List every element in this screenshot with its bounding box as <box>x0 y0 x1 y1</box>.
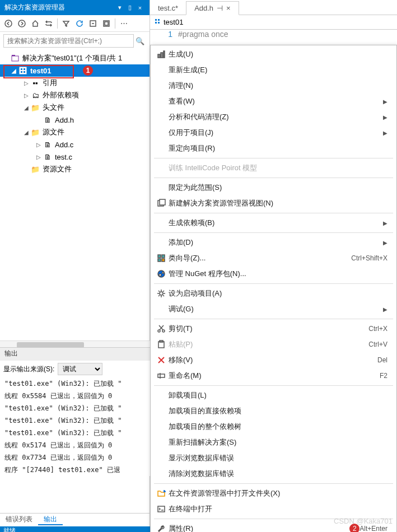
menu-item[interactable]: 生成依赖项(B)▶ <box>151 215 396 231</box>
menu-item[interactable]: 添加(D)▶ <box>151 235 396 250</box>
blank-icon <box>154 80 169 91</box>
menu-shortcut: Ctrl+X <box>368 325 387 333</box>
menu-item[interactable]: 重命名(M)F2 <box>151 368 396 384</box>
output-line: "test01.exe" (Win32): 已加载 " <box>0 414 150 427</box>
test-c-node[interactable]: ▷🗎test.c <box>0 151 150 163</box>
menu-item[interactable]: 分析和代码清理(Z)▶ <box>151 109 396 125</box>
external-deps-node[interactable]: ▷🗂外部依赖项 <box>0 89 150 101</box>
close-icon[interactable]: × <box>226 4 231 12</box>
show-all-button[interactable] <box>100 17 113 30</box>
tab-output[interactable]: 输出 <box>38 514 63 525</box>
blank-icon <box>154 437 169 448</box>
menu-item[interactable]: 移除(V)Del <box>151 352 396 368</box>
resource-files-node[interactable]: 📁资源文件 <box>0 163 150 175</box>
menu-item-label: 在文件资源管理器中打开文件夹(X) <box>169 488 387 498</box>
menu-item[interactable]: 卸载项目(L) <box>151 388 396 403</box>
menu-item[interactable]: 剪切(T)Ctrl+X <box>151 321 396 337</box>
blank-icon <box>154 111 169 123</box>
cut-icon <box>154 323 169 334</box>
pin-icon[interactable]: ▯ <box>125 4 135 11</box>
code-editor[interactable]: 1 #pragma once <box>150 30 397 39</box>
back-button[interactable] <box>2 17 15 30</box>
forward-button[interactable] <box>16 17 28 30</box>
output-header: 输出 <box>0 348 150 361</box>
solution-search-input[interactable] <box>3 34 134 48</box>
paste-icon <box>154 339 169 350</box>
menu-item[interactable]: 重新扫描解决方案(S) <box>151 435 396 450</box>
output-source-select[interactable]: 调试 <box>58 363 102 375</box>
menu-shortcut: Ctrl+V <box>368 340 387 348</box>
menu-shortcut: Del <box>377 356 387 364</box>
menu-item-label: 重命名(M) <box>169 371 380 381</box>
editor-tab-testc[interactable]: test.c* <box>150 2 186 15</box>
nav-scope-label: test01 <box>164 18 183 26</box>
menu-item[interactable]: 设为启动项目(A) <box>151 286 396 301</box>
menu-item[interactable]: 调试(G)▶ <box>151 301 396 317</box>
svg-point-19 <box>162 272 164 274</box>
solution-explorer-title: 解决方案资源管理器 <box>4 3 65 12</box>
blank-icon <box>154 304 169 315</box>
menu-item[interactable]: 管理 NuGet 程序包(N)... <box>151 266 396 282</box>
svg-point-22 <box>162 330 165 332</box>
refresh-button[interactable] <box>73 17 86 30</box>
menu-item[interactable]: 清理(N) <box>151 78 396 94</box>
svg-rect-4 <box>105 22 108 25</box>
folder-icon: 📁 <box>30 103 40 112</box>
code-line: #pragma once <box>178 30 228 39</box>
menu-item[interactable]: 重定向项目(R) <box>151 141 396 156</box>
editor-nav-bar[interactable]: test01 <box>150 15 397 30</box>
output-line: "test01.exe" (Win32): 已加载 " <box>0 402 150 414</box>
menu-item-label: 属性(R) <box>169 524 346 532</box>
menu-item-label: 粘贴(P) <box>169 339 368 349</box>
project-icon <box>153 17 161 27</box>
pin-icon[interactable]: ⊣ <box>217 4 223 12</box>
add-c-node[interactable]: ▷🗎Add.c <box>0 138 150 151</box>
menu-item[interactable]: 清除浏览数据库错误 <box>151 466 396 482</box>
chevron-down-icon: ◢ <box>22 129 30 136</box>
close-icon[interactable]: × <box>135 4 145 11</box>
dropdown-icon[interactable]: ▾ <box>115 4 125 11</box>
menu-item-label: 新建解决方案资源管理器视图(N) <box>169 198 387 208</box>
folder-icon: 📁 <box>30 128 40 137</box>
more-button[interactable]: ⋯ <box>118 17 130 30</box>
editor-tab-addh[interactable]: Add.h ⊣ × <box>186 1 239 15</box>
gear-icon <box>154 288 169 299</box>
menu-item: 训练 IntelliCode Poirot 模型 <box>151 160 396 176</box>
blank-icon <box>154 237 169 248</box>
references-node[interactable]: ▷▪▪引用 <box>0 77 150 89</box>
menu-item[interactable]: 仅用于项目(J)▶ <box>151 125 396 141</box>
menu-item-label: 分析和代码清理(Z) <box>169 112 380 122</box>
menu-item-label: 添加(D) <box>169 237 380 248</box>
menu-item[interactable]: 重新生成(E) <box>151 62 396 78</box>
search-icon[interactable]: 🔍 <box>134 37 146 45</box>
source-files-node[interactable]: ◢📁源文件 <box>0 126 150 138</box>
project-icon <box>18 66 28 75</box>
menu-item[interactable]: 在文件资源管理器中打开文件夹(X) <box>151 486 396 501</box>
solution-root[interactable]: 解决方案"test01"(1 个项目/共 1 <box>0 52 150 64</box>
menu-item[interactable]: 类向导(Z)...Ctrl+Shift+X <box>151 250 396 266</box>
add-h-node[interactable]: 🗎Add.h <box>0 114 150 126</box>
header-files-node[interactable]: ◢📁头文件 <box>0 101 150 114</box>
sync-button[interactable] <box>43 17 55 30</box>
menu-item[interactable]: 加载项目的直接依赖项 <box>151 403 396 419</box>
chevron-right-icon: ▷ <box>22 92 30 99</box>
menu-separator <box>154 483 393 484</box>
svg-rect-8 <box>158 54 160 58</box>
blank-icon <box>154 182 169 193</box>
home-button[interactable] <box>29 17 41 30</box>
filter-button[interactable] <box>60 17 72 30</box>
collapse-button[interactable] <box>87 17 99 30</box>
menu-item-label: 查看(W) <box>169 96 380 106</box>
menu-item[interactable]: 生成(U) <box>151 46 396 62</box>
menu-item[interactable]: 在终端中打开 <box>151 501 396 517</box>
menu-item-label: 清除浏览数据库错误 <box>169 469 387 479</box>
menu-item-label: 卸载项目(L) <box>169 390 387 400</box>
menu-item[interactable]: 加载项目的整个依赖树 <box>151 419 396 435</box>
menu-item[interactable]: 限定为此范围(S) <box>151 180 396 195</box>
tab-error-list[interactable]: 错误列表 <box>0 514 38 525</box>
menu-separator <box>154 385 393 386</box>
menu-item[interactable]: 查看(W)▶ <box>151 94 396 109</box>
project-node[interactable]: ◢ test01 1 <box>0 64 150 77</box>
menu-item[interactable]: 新建解决方案资源管理器视图(N) <box>151 195 396 211</box>
menu-item[interactable]: 显示浏览数据库错误 <box>151 450 396 466</box>
